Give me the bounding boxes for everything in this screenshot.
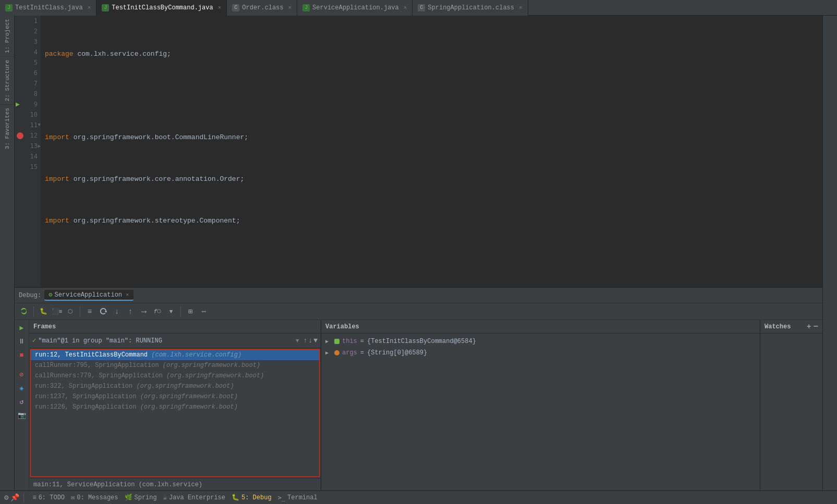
ctrl-resume-btn[interactable]: ▶ <box>16 322 28 334</box>
tab-close-SpringApplication[interactable]: × <box>519 5 523 11</box>
toolbar-more-btn[interactable]: ⋯ <box>198 305 210 318</box>
thread-filter[interactable]: ▼ <box>313 337 318 345</box>
frame-item-3[interactable]: run:322, SpringApplication (org.springfr… <box>31 381 319 391</box>
status-debug-label: 5: Debug <box>241 494 272 501</box>
frame-item-5[interactable]: run:1226, SpringApplication (org.springf… <box>31 402 319 412</box>
tab-SpringApplication[interactable]: C SpringApplication.class × <box>413 0 528 16</box>
status-debug[interactable]: 🐛 5: Debug <box>232 494 272 501</box>
frame-text-5: run:1226, SpringApplication (org.springf… <box>35 403 238 411</box>
toolbar-settings-btn[interactable]: ≡ <box>83 305 96 318</box>
status-todo[interactable]: ≡ 6: TODO <box>32 494 65 501</box>
var-item-this[interactable]: ▶ this = {TestInitClassByCommand@6584} <box>321 336 760 347</box>
toolbar-evaluate-btn[interactable]: f ⬡ <box>151 305 164 318</box>
code-content: 1 2 3 4 5 6 7 8 9 ▶ 10 11 ▼ 12 <box>15 16 822 287</box>
status-left-pin[interactable]: 📌 <box>10 493 19 502</box>
watches-header: Watches + − <box>760 320 822 334</box>
gutter-area: 1 2 3 4 5 6 7 8 9 ▶ 10 11 ▼ 12 <box>15 16 41 287</box>
toolbar-run-cursor-btn[interactable]: ⟶ <box>138 305 150 318</box>
tab-close-TestInitClass[interactable]: × <box>88 5 91 11</box>
main-area: 1: Project 2: Structure 3: Favorites 1 2… <box>0 16 837 490</box>
var-item-args[interactable]: ▶ args = {String[0]@6589} <box>321 347 760 359</box>
status-javaee[interactable]: ☕ Java Enterprise <box>163 494 225 501</box>
toolbar-step-into-btn[interactable]: ↓ <box>111 305 123 318</box>
toolbar-step-over-btn[interactable] <box>97 305 110 318</box>
thread-dropdown-arrow[interactable]: ▼ <box>296 338 299 344</box>
watches-add-btn[interactable]: + <box>807 323 811 331</box>
var-icon-args <box>334 350 340 356</box>
status-bar: ⚙ 📌 ≡ 6: TODO ✉ 0: Messages 🌿 Spring ☕ J… <box>0 490 837 504</box>
tab-close-ServiceApplication[interactable]: × <box>404 5 407 11</box>
tab-label-ServiceApplication: ServiceApplication.java <box>312 4 399 11</box>
frame-text-2: callRunners:779, SpringApplication (org.… <box>35 372 264 379</box>
breakpoint-12[interactable] <box>17 132 23 139</box>
frames-panel: Frames ✓ "main"@1 in group "main": RUNNI… <box>29 320 321 490</box>
gutter-12: 12 <box>15 130 41 141</box>
tab-icon-ServiceApplication: J <box>302 4 310 11</box>
frame-item-4[interactable]: run:1237, SpringApplication (org.springf… <box>31 391 319 402</box>
gutter-14: 14 <box>15 151 41 162</box>
status-left-settings[interactable]: ⚙ <box>4 493 8 502</box>
toolbar-step-out-btn[interactable]: ↑ <box>124 305 137 318</box>
toolbar-console-btn[interactable]: ⬛≡ <box>51 305 63 318</box>
frame-item-2[interactable]: callRunners:779, SpringApplication (org.… <box>31 371 319 381</box>
frames-header-label: Frames <box>33 323 56 330</box>
tab-TestInitClass[interactable]: J TestInitClass.java × <box>0 0 96 16</box>
debug-session-tab[interactable]: ⚙ ServiceApplication × <box>44 290 133 301</box>
status-messages[interactable]: ✉ 0: Messages <box>71 494 118 501</box>
left-vert-tabs-status: ⚙ 📌 <box>4 493 24 502</box>
tab-close-Order[interactable]: × <box>288 5 292 11</box>
ctrl-stop-btn[interactable]: ■ <box>16 349 28 361</box>
frame-text-1: callRunner:795, SpringApplication (org.s… <box>35 362 260 369</box>
frame-item-1[interactable]: callRunner:795, SpringApplication (org.s… <box>31 360 319 371</box>
ctrl-mute-btn[interactable]: ⊘ <box>16 369 28 380</box>
var-icon-this <box>334 338 340 345</box>
toolbar-endpoints-btn[interactable]: ⬡ <box>64 305 77 318</box>
thread-selector[interactable]: ✓ "main"@1 in group "main": RUNNING ▼ ↑ … <box>29 334 321 348</box>
toolbar-layout-btn[interactable]: ⊞ <box>184 305 197 318</box>
toolbar-rerun-btn[interactable] <box>18 305 30 318</box>
code-line-1: package com.lxh.service.config; <box>41 49 822 59</box>
var-name-this: this <box>342 338 357 345</box>
left-panel-project[interactable]: 1: Project <box>4 16 10 56</box>
debugger-icon: 🐛 <box>40 308 47 315</box>
thread-ctrl-down[interactable]: ↓ <box>308 337 312 345</box>
status-spring[interactable]: 🌿 Spring <box>125 494 157 501</box>
toolbar-debugger-btn[interactable]: 🐛 <box>37 305 50 318</box>
code-lines: package com.lxh.service.config; import o… <box>41 16 822 287</box>
console-icon: ⬛≡ <box>52 308 63 315</box>
fold-icon-11[interactable]: ▼ <box>38 122 41 128</box>
var-expand-this[interactable]: ▶ <box>325 338 332 345</box>
debug-session-name: ServiceApplication <box>54 291 122 299</box>
frame-item-0[interactable]: run:12, TestInitClassByCommand (com.lxh.… <box>31 350 319 360</box>
tab-Order[interactable]: C Order.class × <box>227 0 297 16</box>
ctrl-reset-btn[interactable]: ↺ <box>16 396 28 408</box>
watches-minus-btn[interactable]: − <box>813 323 818 331</box>
var-expand-args[interactable]: ▶ <box>325 350 332 356</box>
code-line-4: import org.springframework.core.annotati… <box>41 174 822 185</box>
left-panel-structure[interactable]: 2: Structure <box>4 57 10 104</box>
thread-ctrl-up[interactable]: ↑ <box>304 337 308 345</box>
tab-icon-SpringApplication: C <box>418 4 425 11</box>
status-messages-label: 0: Messages <box>77 494 118 501</box>
debug-session-close[interactable]: × <box>126 292 129 298</box>
status-messages-icon: ✉ <box>71 494 75 501</box>
status-terminal[interactable]: >_ Terminal <box>278 494 318 501</box>
tab-ServiceApplication[interactable]: J ServiceApplication.java × <box>297 0 413 16</box>
tab-close-TestInitClassByCommand[interactable]: × <box>218 5 222 11</box>
left-panel-favorites[interactable]: 3: Favorites <box>4 105 10 152</box>
tab-icon-TestInitClassByCommand: J <box>102 4 109 11</box>
tab-TestInitClassByCommand[interactable]: J TestInitClassByCommand.java × <box>96 0 227 16</box>
toolbar-filter-btn[interactable]: ▼ <box>165 305 177 318</box>
ctrl-frames-btn[interactable]: ◈ <box>16 383 28 394</box>
debug-toolbar: 🐛 ⬛≡ ⬡ ≡ ↓ ↑ ⟶ f <box>15 303 822 320</box>
thread-footer[interactable]: main:11, ServiceApplication (com.lxh.ser… <box>29 478 321 490</box>
variables-panel: Variables ▶ this = {TestInitClassByComma… <box>321 320 760 490</box>
frame-text-3: run:322, SpringApplication (org.springfr… <box>35 383 234 390</box>
status-todo-icon: ≡ <box>32 494 36 501</box>
ctrl-snapshot-btn[interactable]: 📷 <box>16 410 28 421</box>
fold-icon-13[interactable]: ▶ <box>38 143 41 149</box>
svg-point-1 <box>334 350 339 355</box>
var-eq-this: = <box>360 338 364 345</box>
ctrl-pause-btn[interactable]: ⏸ <box>16 336 28 347</box>
session-icon: ⚙ <box>48 291 52 299</box>
